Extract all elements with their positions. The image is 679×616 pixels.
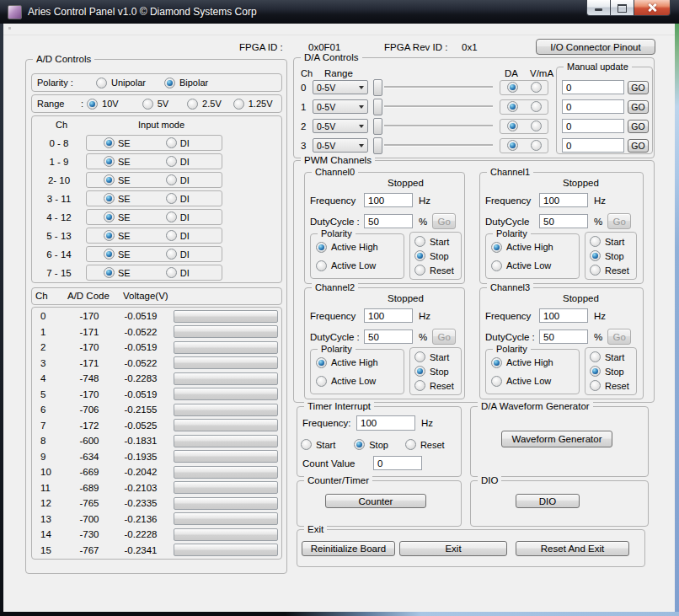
active-low-radio[interactable] xyxy=(491,376,502,387)
title-bar[interactable]: Aries Control Panel v1.0 © Diamond Syste… xyxy=(0,0,679,24)
reset-radio[interactable] xyxy=(590,380,601,391)
close-button[interactable] xyxy=(634,0,671,16)
da-mode-da-radio[interactable] xyxy=(507,82,518,93)
maximize-button[interactable] xyxy=(611,0,634,16)
di-radio[interactable] xyxy=(166,174,177,185)
se-radio[interactable] xyxy=(104,212,115,222)
reset-radio[interactable] xyxy=(414,265,425,276)
manual-update-input[interactable] xyxy=(562,80,624,94)
da-range-dropdown[interactable]: 0-5V xyxy=(313,80,368,94)
da-slider-handle[interactable] xyxy=(373,137,382,154)
se-radio[interactable] xyxy=(104,137,115,148)
active-high-radio[interactable] xyxy=(491,357,502,368)
dutycycle-input[interactable] xyxy=(364,214,413,228)
da-slider[interactable] xyxy=(373,80,500,95)
reset-and-exit-button[interactable]: Reset And Exit xyxy=(516,541,629,556)
da-mode-da-radio[interactable] xyxy=(507,121,518,131)
dutycycle-input[interactable] xyxy=(364,329,413,344)
start-radio[interactable] xyxy=(590,351,601,362)
frequency-input[interactable] xyxy=(364,193,413,207)
da-mode-vma-radio[interactable] xyxy=(531,82,542,93)
range-1-25v-radio[interactable] xyxy=(233,99,244,110)
count-value-input[interactable] xyxy=(373,456,422,470)
se-radio[interactable] xyxy=(104,230,115,241)
go-button[interactable]: GO xyxy=(628,81,649,94)
go-button[interactable]: GO xyxy=(628,120,649,133)
active-low-radio[interactable] xyxy=(491,260,502,271)
stop-radio[interactable] xyxy=(414,250,425,261)
frequency-input[interactable] xyxy=(539,308,588,323)
da-slider-track[interactable] xyxy=(384,86,493,88)
go-button[interactable]: GO xyxy=(628,139,649,153)
range-2-5v-radio[interactable] xyxy=(187,99,198,110)
range-5v-radio[interactable] xyxy=(142,99,153,110)
polarity-bipolar-radio[interactable] xyxy=(164,78,175,88)
minimize-button[interactable] xyxy=(586,0,611,16)
di-radio[interactable] xyxy=(166,230,177,241)
start-radio[interactable] xyxy=(414,351,425,362)
da-slider[interactable] xyxy=(373,99,500,115)
go-button[interactable]: GO xyxy=(628,100,649,114)
da-range-dropdown[interactable]: 0-5V xyxy=(313,138,368,153)
timer-reset-radio[interactable] xyxy=(405,439,416,450)
da-mode-da-radio[interactable] xyxy=(507,101,518,112)
di-radio[interactable] xyxy=(166,212,177,222)
stop-radio[interactable] xyxy=(590,250,601,261)
counter-button[interactable]: Counter xyxy=(325,494,426,508)
stop-radio[interactable] xyxy=(414,366,425,377)
da-mode-da-radio[interactable] xyxy=(507,140,518,151)
da-slider-track[interactable] xyxy=(384,105,493,108)
active-low-radio[interactable] xyxy=(316,376,327,387)
active-high-radio[interactable] xyxy=(491,242,502,253)
start-radio[interactable] xyxy=(414,236,425,247)
di-radio[interactable] xyxy=(166,156,177,167)
frequency-input[interactable] xyxy=(539,193,588,207)
reset-radio[interactable] xyxy=(590,265,601,276)
da-slider-track[interactable] xyxy=(384,125,493,127)
timer-stop-radio[interactable] xyxy=(354,439,365,450)
manual-update-input[interactable] xyxy=(562,99,624,114)
dutycycle-input[interactable] xyxy=(539,214,588,228)
reinitialize-board-button[interactable]: Reinitialize Board xyxy=(302,541,395,556)
se-radio[interactable] xyxy=(104,267,115,278)
da-mode-vma-radio[interactable] xyxy=(531,101,542,112)
di-radio[interactable] xyxy=(166,249,177,260)
range-10v-radio[interactable] xyxy=(87,99,98,110)
exit-button[interactable]: Exit xyxy=(399,541,507,556)
di-radio[interactable] xyxy=(166,267,177,278)
frequency-input[interactable] xyxy=(364,308,413,323)
cell-ch: 2 xyxy=(32,342,66,352)
da-range-dropdown[interactable]: 0-5V xyxy=(313,99,368,114)
da-mode-vma-radio[interactable] xyxy=(531,121,542,131)
dio-button[interactable]: DIO xyxy=(516,494,580,508)
da-mode-vma-radio[interactable] xyxy=(531,140,542,151)
se-radio[interactable] xyxy=(104,174,115,185)
timer-frequency-input[interactable] xyxy=(356,415,415,431)
se-radio[interactable] xyxy=(104,193,115,204)
io-connector-pinout-button[interactable]: I/O Connector Pinout xyxy=(536,39,655,55)
start-radio[interactable] xyxy=(590,236,601,247)
cell-ch: 10 xyxy=(32,467,66,477)
waveform-generator-button[interactable]: Waveform Generator xyxy=(501,431,612,447)
active-high-radio[interactable] xyxy=(316,242,327,253)
active-low-radio[interactable] xyxy=(316,260,327,271)
da-slider[interactable] xyxy=(373,138,500,153)
stop-radio[interactable] xyxy=(590,366,601,377)
timer-start-radio[interactable] xyxy=(301,439,312,450)
di-radio[interactable] xyxy=(166,137,177,148)
polarity-unipolar-radio[interactable] xyxy=(96,78,107,88)
da-slider-handle[interactable] xyxy=(373,118,382,135)
se-radio[interactable] xyxy=(104,249,115,260)
manual-update-input[interactable] xyxy=(562,138,624,153)
reset-radio[interactable] xyxy=(414,380,425,391)
da-slider-track[interactable] xyxy=(384,144,493,147)
da-slider-handle[interactable] xyxy=(373,99,382,115)
da-slider[interactable] xyxy=(373,119,500,134)
da-range-dropdown[interactable]: 0-5V xyxy=(313,119,368,133)
dutycycle-input[interactable] xyxy=(539,329,588,344)
da-slider-handle[interactable] xyxy=(373,79,382,96)
se-radio[interactable] xyxy=(104,156,115,167)
manual-update-input[interactable] xyxy=(562,119,624,133)
active-high-radio[interactable] xyxy=(316,357,327,368)
di-radio[interactable] xyxy=(166,193,177,204)
